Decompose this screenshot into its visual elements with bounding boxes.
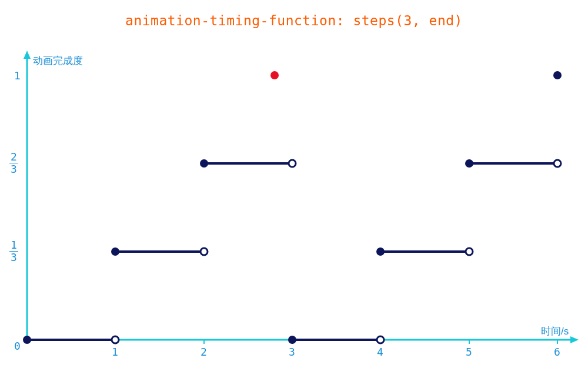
svg-point-19 [112, 336, 119, 343]
y-tick-two-thirds: 2 3 [9, 152, 18, 175]
svg-point-20 [201, 248, 208, 255]
y-tick-one-third: 1 3 [9, 240, 18, 263]
step-chart [0, 0, 588, 368]
svg-point-15 [288, 336, 296, 344]
svg-point-24 [554, 160, 561, 167]
origin-label: 0 [14, 340, 21, 352]
y-axis-arrow-icon [24, 51, 31, 59]
y-axis-label: 动画完成度 [33, 54, 83, 68]
svg-point-13 [111, 247, 119, 256]
x-axis-arrow-icon [570, 336, 579, 343]
step-segments [27, 163, 557, 340]
fraction-denominator: 3 [9, 163, 18, 175]
x-tick-6: 6 [554, 346, 560, 358]
x-tick-2: 2 [201, 346, 207, 358]
svg-point-22 [377, 336, 384, 343]
fraction-numerator: 1 [9, 240, 18, 252]
svg-point-12 [23, 336, 31, 344]
x-tick-1: 1 [112, 346, 118, 358]
red-end-point [270, 71, 279, 79]
svg-point-14 [200, 159, 208, 168]
svg-point-21 [289, 160, 296, 167]
x-tick-4: 4 [377, 346, 383, 358]
closed-points [23, 71, 562, 344]
fraction-numerator: 2 [9, 152, 18, 163]
x-tick-5: 5 [466, 346, 472, 358]
svg-point-18 [553, 71, 562, 79]
fraction-denominator: 3 [9, 252, 18, 263]
x-axis-label: 时间/s [541, 324, 569, 338]
svg-point-17 [465, 159, 473, 168]
y-tick-1: 1 [14, 69, 21, 82]
x-tick-3: 3 [289, 346, 295, 358]
svg-point-16 [376, 247, 385, 256]
svg-point-23 [466, 248, 473, 255]
